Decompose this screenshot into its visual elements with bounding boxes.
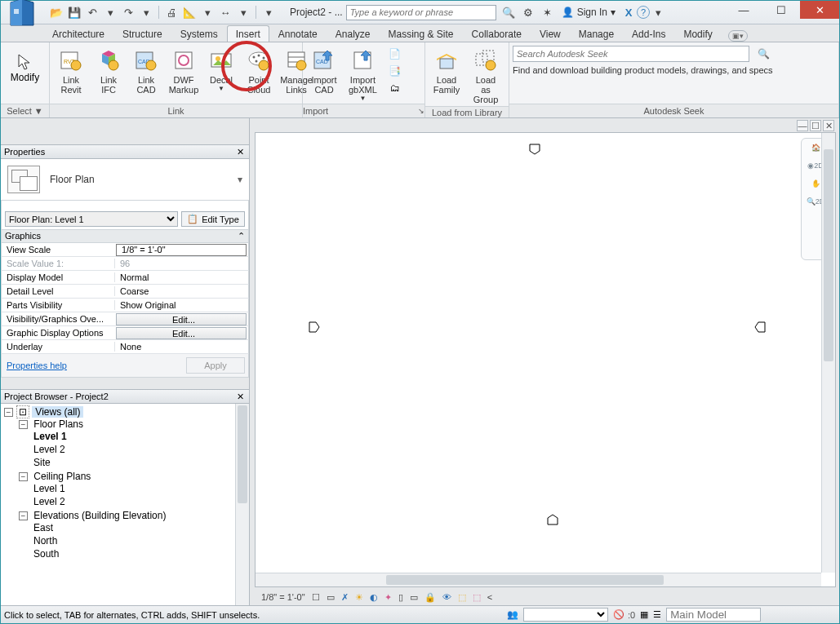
import-cad-button[interactable]: CADImport CAD — [308, 46, 340, 96]
link-revit-button[interactable]: RVTLink Revit — [55, 46, 87, 96]
doc-close-icon[interactable]: ✕ — [823, 120, 834, 131]
vtb-crop2[interactable]: ▭ — [408, 591, 420, 604]
dwf-markup-button[interactable]: DWF Markup — [167, 46, 200, 96]
qat-dd4[interactable]: ▾ — [235, 4, 251, 20]
vtb-sun[interactable]: ☀ — [353, 591, 365, 604]
measure-icon[interactable]: 📐 — [181, 4, 198, 20]
exchange-icon[interactable]: X — [620, 4, 637, 20]
tree-leaf[interactable]: Level 1 — [33, 482, 249, 495]
design-options-icon[interactable]: ☰ — [653, 609, 661, 620]
tree-root[interactable]: Views (all) — [32, 406, 83, 418]
redo-icon[interactable]: ↷ — [120, 4, 136, 20]
properties-panel-header[interactable]: Properties ✕ — [1, 144, 249, 159]
qat-overflow[interactable]: ▾ — [260, 4, 277, 20]
canvas-hscroll[interactable] — [256, 573, 821, 586]
property-row[interactable]: Visibility/Graphics Ove...Edit... — [1, 312, 249, 326]
minimize-button[interactable]: — — [725, 1, 762, 19]
tree-collapse-icon[interactable]: − — [4, 408, 13, 417]
load-as-group-button[interactable]: Load as Group — [468, 46, 504, 106]
panel-label-import[interactable]: Import↘ — [303, 104, 424, 117]
tab-insert[interactable]: Insert — [227, 25, 269, 42]
qat-dd3[interactable]: ▾ — [199, 4, 216, 20]
doc-min-icon[interactable]: — — [797, 120, 808, 131]
vtb-render[interactable]: ✦ — [383, 591, 393, 604]
vtb-temp[interactable]: 👁 — [441, 591, 453, 604]
import-gbxml-button[interactable]: Import gbXML▼ — [345, 46, 380, 104]
elevation-marker-west[interactable] — [308, 321, 321, 334]
tab-annotate[interactable]: Annotate — [269, 25, 327, 42]
properties-close-icon[interactable]: ✕ — [234, 147, 246, 157]
tab-add-ins[interactable]: Add-Ins — [623, 25, 674, 42]
edit-type-button[interactable]: 📋Edit Type — [181, 211, 245, 227]
open-icon[interactable]: 📂 — [48, 4, 64, 20]
property-row[interactable]: Graphic Display OptionsEdit... — [1, 326, 249, 340]
tab-modify[interactable]: Modify — [674, 25, 721, 42]
vtb-lock[interactable]: 🔒 — [423, 591, 438, 604]
tree-leaf[interactable]: Level 2 — [33, 495, 249, 508]
tab-view[interactable]: View — [531, 25, 570, 42]
tree-node[interactable]: − Floor PlansLevel 1Level 2Site — [19, 418, 249, 470]
tree-leaf[interactable]: East — [33, 521, 249, 534]
link-cad-button[interactable]: CADLink CAD — [130, 46, 162, 96]
property-row[interactable]: View Scale1/8" = 1'-0" — [1, 243, 249, 257]
project-browser-tree[interactable]: −⊡ Views (all) − Floor PlansLevel 1Level… — [1, 404, 249, 605]
property-row[interactable]: Detail LevelCoarse — [1, 285, 249, 299]
point-cloud-button[interactable]: Point Cloud — [242, 46, 275, 96]
qat-dd1[interactable]: ▾ — [102, 4, 118, 20]
elevation-marker-east[interactable] — [753, 321, 767, 334]
vtb-shadow[interactable]: ◐ — [368, 591, 380, 604]
tab-collaborate[interactable]: Collaborate — [463, 25, 531, 42]
qat-dd2[interactable]: ▾ — [138, 4, 154, 20]
vtb-analytic[interactable]: ⬚ — [471, 591, 482, 604]
tab-structure[interactable]: Structure — [113, 25, 171, 42]
tab-systems[interactable]: Systems — [171, 25, 227, 42]
vtb-more[interactable]: < — [486, 591, 494, 604]
doc-max-icon[interactable]: ☐ — [810, 120, 821, 131]
filter-icon[interactable]: ▦ — [640, 609, 648, 620]
tree-leaf[interactable]: Level 1 — [33, 430, 249, 443]
view-scale-status[interactable]: 1/8" = 1'-0" — [260, 591, 307, 604]
app-icon[interactable] — [6, 0, 40, 30]
drawing-canvas[interactable]: 🏠 ◉2D ✋ 🔍2D — [255, 132, 836, 587]
elevation-marker-south[interactable] — [546, 513, 559, 526]
subscription-icon[interactable]: ⚙ — [519, 4, 537, 20]
property-row[interactable]: UnderlayNone — [1, 340, 249, 354]
tab-architecture[interactable]: Architecture — [43, 25, 113, 42]
vtb-reveal[interactable]: ⬚ — [456, 591, 468, 604]
property-row[interactable]: Display ModelNormal — [1, 271, 249, 285]
worksets-icon[interactable]: 👥 — [507, 609, 518, 620]
instance-selector[interactable]: Floor Plan: Level 1 — [5, 211, 178, 227]
tab-massing-site[interactable]: Massing & Site — [380, 25, 463, 42]
tab-manage[interactable]: Manage — [570, 25, 623, 42]
browser-close-icon[interactable]: ✕ — [234, 392, 246, 402]
help-dd[interactable]: ▾ — [650, 4, 666, 20]
worksets-selector[interactable] — [523, 608, 608, 622]
vtb-detail[interactable]: ▭ — [325, 591, 336, 604]
import-mini-3[interactable]: 🗂 — [385, 80, 405, 96]
tree-leaf[interactable]: Level 2 — [33, 443, 249, 456]
seek-search-input[interactable] — [513, 46, 749, 62]
graphics-group-header[interactable]: Graphics⌃ — [1, 230, 249, 243]
sync-icon[interactable]: ↔ — [217, 4, 233, 20]
nav-home-icon[interactable]: 🏠 — [811, 144, 820, 152]
save-icon[interactable]: 💾 — [66, 4, 82, 20]
apply-button[interactable]: Apply — [186, 357, 245, 374]
panel-label-select[interactable]: Select ▼ — [1, 104, 49, 117]
ribbon-collapse-button[interactable]: ▣▾ — [728, 30, 748, 42]
properties-help-link[interactable]: Properties help — [7, 361, 67, 370]
link-ifc-button[interactable]: Link IFC — [92, 46, 125, 96]
modify-tool-button[interactable]: Modify — [6, 46, 44, 83]
nav-pan-icon[interactable]: ✋ — [811, 179, 820, 188]
print-icon[interactable]: 🖨 — [163, 4, 180, 20]
vtb-crop[interactable]: ▯ — [397, 591, 405, 604]
help-icon[interactable]: ? — [637, 6, 650, 19]
close-button[interactable]: ✕ — [800, 1, 839, 19]
decal-button[interactable]: Decal▼ — [205, 46, 238, 94]
seek-search-icon[interactable]: 🔍 — [754, 48, 772, 60]
canvas-vscroll[interactable] — [821, 133, 835, 573]
tree-leaf[interactable]: North — [33, 534, 249, 547]
sign-in-button[interactable]: 👤 Sign In ▾ — [562, 7, 616, 18]
binoculars-icon[interactable]: 🔍 — [500, 4, 518, 20]
undo-icon[interactable]: ↶ — [84, 4, 100, 20]
tree-node[interactable]: − Elevations (Building Elevation)EastNor… — [19, 509, 249, 561]
